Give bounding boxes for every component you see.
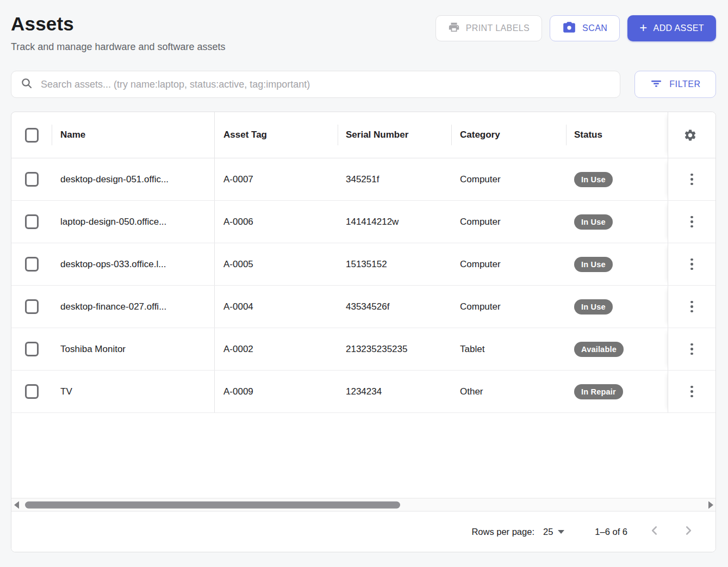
cell-name[interactable]: Toshiba Monitor [52, 328, 215, 370]
previous-page-button[interactable] [644, 521, 665, 543]
cell-category: Computer [451, 286, 566, 328]
print-labels-button[interactable]: PRINT LABELS [435, 15, 542, 41]
filter-label: FILTER [669, 79, 701, 89]
table-row: desktop-design-051.offic... A-0007 34525… [11, 158, 715, 201]
cell-name[interactable]: desktop-finance-027.offi... [52, 286, 215, 328]
header-asset-tag[interactable]: Asset Tag [215, 112, 338, 158]
add-asset-button[interactable]: + ADD ASSET [627, 15, 716, 41]
header-actions-cell [668, 112, 715, 158]
filter-lines-icon [650, 77, 663, 92]
header-select-cell [11, 112, 52, 158]
cell-actions [668, 158, 715, 200]
table-row: Toshiba Monitor A-0002 213235235235 Tabl… [11, 328, 715, 371]
kebab-menu-icon[interactable] [687, 255, 696, 274]
table-body: desktop-design-051.offic... A-0007 34525… [11, 158, 715, 413]
chevron-down-icon [558, 530, 564, 534]
header-name[interactable]: Name [52, 112, 215, 158]
search-input[interactable] [41, 79, 611, 90]
cell-category: Other [451, 371, 566, 412]
row-select-cell [11, 286, 52, 328]
pagination-range: 1–6 of 6 [595, 527, 627, 537]
cell-actions [668, 286, 715, 328]
search-icon [20, 77, 33, 92]
cell-status: In Use [566, 286, 668, 328]
page-subtitle: Track and manage hardware and software a… [11, 41, 226, 53]
pagination-bar: Rows per page: 25 1–6 of 6 [11, 511, 715, 552]
status-badge: In Use [574, 172, 613, 187]
table-row: desktop-finance-027.offi... A-0004 43534… [11, 286, 715, 328]
row-checkbox[interactable] [25, 214, 39, 229]
header-status[interactable]: Status [566, 112, 668, 158]
triangle-left-icon [14, 501, 19, 509]
row-select-cell [11, 243, 52, 285]
row-select-cell [11, 371, 52, 412]
search-box[interactable] [11, 71, 620, 98]
camera-icon [562, 20, 576, 36]
cell-serial-number: 15135152 [338, 243, 451, 285]
assets-page: Assets Track and manage hardware and sof… [0, 0, 728, 567]
chevron-right-icon [681, 523, 695, 540]
header-category[interactable]: Category [451, 112, 566, 158]
select-all-checkbox[interactable] [25, 128, 39, 143]
filter-button[interactable]: FILTER [634, 71, 716, 98]
search-row: FILTER [11, 71, 716, 98]
cell-serial-number: 345251f [338, 158, 451, 200]
cell-status: In Use [566, 201, 668, 243]
pagination-nav [644, 521, 699, 543]
horizontal-scrollbar [11, 498, 715, 511]
cell-category: Computer [451, 243, 566, 285]
kebab-menu-icon[interactable] [687, 340, 696, 359]
next-page-button[interactable] [677, 521, 699, 543]
cell-category: Computer [451, 201, 566, 243]
scroll-left-button[interactable] [11, 501, 21, 509]
cell-serial-number: 141414212w [338, 201, 451, 243]
toolbar: PRINT LABELS SCAN + ADD ASSET [435, 15, 716, 41]
row-select-cell [11, 158, 52, 200]
row-checkbox[interactable] [25, 342, 39, 356]
gear-icon[interactable] [683, 128, 697, 142]
status-badge: In Use [574, 214, 613, 230]
kebab-menu-icon[interactable] [687, 170, 696, 189]
kebab-menu-icon[interactable] [687, 383, 696, 401]
status-badge: Available [574, 342, 624, 357]
triangle-right-icon [708, 501, 713, 509]
table-header-row: Name Asset Tag Serial Number Category St… [11, 112, 715, 158]
cell-status: In Repair [566, 371, 668, 412]
cell-category: Computer [451, 158, 566, 200]
cell-name[interactable]: desktop-ops-033.office.l... [52, 243, 215, 285]
kebab-menu-icon[interactable] [687, 213, 696, 231]
scan-label: SCAN [582, 23, 607, 33]
rows-per-page-value: 25 [543, 527, 553, 537]
scan-button[interactable]: SCAN [550, 15, 620, 41]
cell-asset-tag: A-0002 [215, 328, 338, 370]
header-serial-number[interactable]: Serial Number [338, 112, 451, 158]
row-checkbox[interactable] [25, 299, 39, 314]
rows-per-page-select[interactable]: 25 [543, 527, 564, 537]
cell-actions [668, 328, 715, 370]
cell-actions [668, 371, 715, 412]
cell-asset-tag: A-0004 [215, 286, 338, 328]
assets-table-card: Name Asset Tag Serial Number Category St… [11, 112, 716, 552]
table-row: TV A-0009 1234234 Other In Repair [11, 371, 715, 413]
cell-name[interactable]: laptop-design-050.office... [52, 201, 215, 243]
scrollbar-track[interactable] [21, 498, 706, 511]
cell-actions [668, 243, 715, 285]
cell-serial-number: 1234234 [338, 371, 451, 412]
cell-category: Tablet [451, 328, 566, 370]
row-select-cell [11, 201, 52, 243]
rows-per-page-label: Rows per page: [471, 527, 534, 537]
plus-icon: + [639, 21, 647, 34]
kebab-menu-icon[interactable] [687, 298, 696, 316]
cell-asset-tag: A-0009 [215, 371, 338, 412]
row-checkbox[interactable] [25, 257, 39, 272]
cell-actions [668, 201, 715, 243]
cell-asset-tag: A-0006 [215, 201, 338, 243]
row-checkbox[interactable] [25, 384, 39, 399]
cell-name[interactable]: TV [52, 371, 215, 412]
page-title: Assets [11, 13, 226, 35]
scrollbar-thumb[interactable] [25, 501, 400, 508]
cell-name[interactable]: desktop-design-051.offic... [52, 158, 215, 200]
scroll-right-button[interactable] [706, 501, 715, 509]
status-badge: In Use [574, 299, 613, 315]
row-checkbox[interactable] [25, 172, 39, 187]
